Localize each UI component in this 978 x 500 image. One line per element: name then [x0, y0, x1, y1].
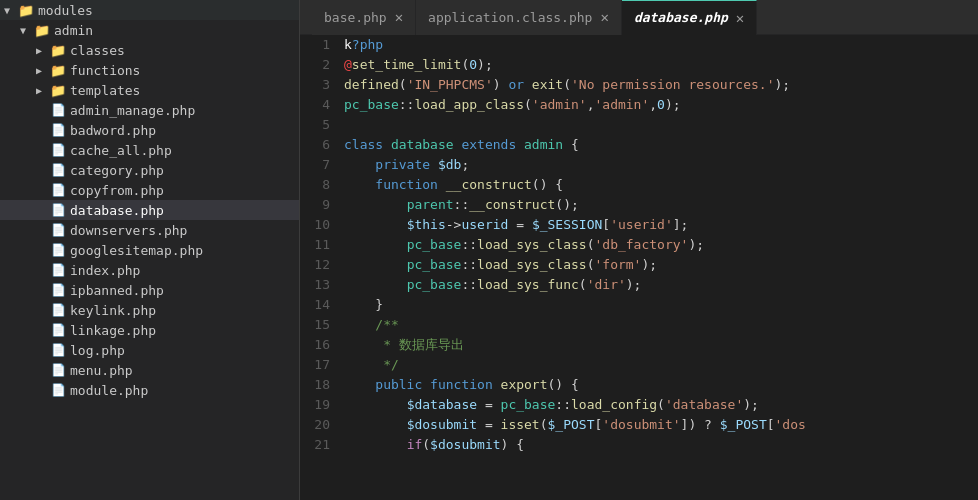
file-icon: 📄: [50, 342, 66, 358]
line-content[interactable]: }: [340, 295, 978, 315]
sidebar-item-label: log.php: [70, 343, 125, 358]
sidebar-item-keylink.php[interactable]: 📄keylink.php: [0, 300, 299, 320]
code-line: 21 if($dosubmit) {: [300, 435, 978, 455]
line-content[interactable]: pc_base::load_app_class('admin','admin',…: [340, 95, 978, 115]
file-icon: 📄: [50, 242, 66, 258]
code-line: 20 $dosubmit = isset($_POST['dosubmit'])…: [300, 415, 978, 435]
line-content[interactable]: @set_time_limit(0);: [340, 55, 978, 75]
sidebar-item-label: templates: [70, 83, 140, 98]
sidebar-item-label: copyfrom.php: [70, 183, 164, 198]
sidebar-item-functions[interactable]: ▶📁functions: [0, 60, 299, 80]
line-number: 15: [300, 315, 340, 335]
code-line: 13 pc_base::load_sys_func('dir');: [300, 275, 978, 295]
line-content[interactable]: defined('IN_PHPCMS') or exit('No permiss…: [340, 75, 978, 95]
tab-close-icon[interactable]: ✕: [736, 11, 744, 25]
sidebar-item-log.php[interactable]: 📄log.php: [0, 340, 299, 360]
arrow-icon: ▶: [36, 85, 48, 96]
code-line: 5: [300, 115, 978, 135]
line-content[interactable]: $dosubmit = isset($_POST['dosubmit']) ? …: [340, 415, 978, 435]
tab-close-icon[interactable]: ✕: [600, 10, 608, 24]
line-content[interactable]: if($dosubmit) {: [340, 435, 978, 455]
sidebar-item-label: category.php: [70, 163, 164, 178]
file-icon: 📄: [50, 322, 66, 338]
sidebar-item-index.php[interactable]: 📄index.php: [0, 260, 299, 280]
tab-label: database.php: [634, 10, 728, 25]
sidebar-item-category.php[interactable]: 📄category.php: [0, 160, 299, 180]
sidebar-item-menu.php[interactable]: 📄menu.php: [0, 360, 299, 380]
line-number: 9: [300, 195, 340, 215]
tab-application-class.php[interactable]: application.class.php✕: [416, 0, 622, 35]
line-content[interactable]: pc_base::load_sys_class('form');: [340, 255, 978, 275]
line-content[interactable]: public function export() {: [340, 375, 978, 395]
code-line: 8 function __construct() {: [300, 175, 978, 195]
tab-close-icon[interactable]: ✕: [395, 10, 403, 24]
line-content[interactable]: $database = pc_base::load_config('databa…: [340, 395, 978, 415]
line-content[interactable]: k?php: [340, 35, 978, 55]
line-content[interactable]: private $db;: [340, 155, 978, 175]
sidebar-item-module.php[interactable]: 📄module.php: [0, 380, 299, 400]
line-number: 3: [300, 75, 340, 95]
sidebar-item-label: classes: [70, 43, 125, 58]
file-icon: 📄: [50, 182, 66, 198]
code-line: 7 private $db;: [300, 155, 978, 175]
sidebar-item-label: admin: [54, 23, 93, 38]
sidebar-item-admin[interactable]: ▼📁admin: [0, 20, 299, 40]
line-content[interactable]: */: [340, 355, 978, 375]
file-icon: 📄: [50, 142, 66, 158]
line-content[interactable]: $this->userid = $_SESSION['userid'];: [340, 215, 978, 235]
line-number: 10: [300, 215, 340, 235]
sidebar-item-ipbanned.php[interactable]: 📄ipbanned.php: [0, 280, 299, 300]
arrow-icon: ▶: [36, 65, 48, 76]
sidebar-item-admin_manage.php[interactable]: 📄admin_manage.php: [0, 100, 299, 120]
tab-base-php[interactable]: base.php✕: [312, 0, 416, 35]
line-content[interactable]: pc_base::load_sys_class('db_factory');: [340, 235, 978, 255]
file-icon: 📄: [50, 302, 66, 318]
sidebar-item-linkage.php[interactable]: 📄linkage.php: [0, 320, 299, 340]
sidebar-item-downservers.php[interactable]: 📄downservers.php: [0, 220, 299, 240]
code-line: 3defined('IN_PHPCMS') or exit('No permis…: [300, 75, 978, 95]
file-icon: 📄: [50, 202, 66, 218]
sidebar-item-badword.php[interactable]: 📄badword.php: [0, 120, 299, 140]
sidebar-item-cache_all.php[interactable]: 📄cache_all.php: [0, 140, 299, 160]
line-number: 6: [300, 135, 340, 155]
arrow-icon: ▶: [36, 45, 48, 56]
line-content[interactable]: /**: [340, 315, 978, 335]
line-number: 13: [300, 275, 340, 295]
sidebar-item-label: badword.php: [70, 123, 156, 138]
file-icon: 📄: [50, 102, 66, 118]
line-content[interactable]: pc_base::load_sys_func('dir');: [340, 275, 978, 295]
sidebar-item-label: googlesitemap.php: [70, 243, 203, 258]
folder-icon: 📁: [50, 82, 66, 98]
code-line: 18 public function export() {: [300, 375, 978, 395]
code-line: 15 /**: [300, 315, 978, 335]
line-content[interactable]: function __construct() {: [340, 175, 978, 195]
sidebar-item-database.php[interactable]: 📄database.php: [0, 200, 299, 220]
line-content[interactable]: * 数据库导出: [340, 335, 978, 355]
file-icon: 📄: [50, 282, 66, 298]
folder-icon: 📁: [50, 42, 66, 58]
sidebar-item-copyfrom.php[interactable]: 📄copyfrom.php: [0, 180, 299, 200]
line-content[interactable]: [340, 115, 978, 135]
code-line: 6class database extends admin {: [300, 135, 978, 155]
code-line: 12 pc_base::load_sys_class('form');: [300, 255, 978, 275]
sidebar-item-label: modules: [38, 3, 93, 18]
sidebar-item-googlesitemap.php[interactable]: 📄googlesitemap.php: [0, 240, 299, 260]
sidebar-item-label: ipbanned.php: [70, 283, 164, 298]
line-number: 21: [300, 435, 340, 455]
arrow-icon: ▼: [4, 5, 16, 16]
line-number: 14: [300, 295, 340, 315]
file-explorer: ▼📁modules▼📁admin▶📁classes▶📁functions▶📁te…: [0, 0, 300, 500]
sidebar-item-modules[interactable]: ▼📁modules: [0, 0, 299, 20]
line-content[interactable]: class database extends admin {: [340, 135, 978, 155]
arrow-icon: ▼: [20, 25, 32, 36]
tab-label: base.php: [324, 10, 387, 25]
sidebar-item-classes[interactable]: ▶📁classes: [0, 40, 299, 60]
code-line: 10 $this->userid = $_SESSION['userid'];: [300, 215, 978, 235]
sidebar-item-templates[interactable]: ▶📁templates: [0, 80, 299, 100]
tab-database-php[interactable]: database.php✕: [622, 0, 757, 35]
line-content[interactable]: parent::__construct();: [340, 195, 978, 215]
sidebar-item-label: menu.php: [70, 363, 133, 378]
sidebar-item-label: downservers.php: [70, 223, 187, 238]
folder-icon: 📁: [50, 62, 66, 78]
line-number: 16: [300, 335, 340, 355]
